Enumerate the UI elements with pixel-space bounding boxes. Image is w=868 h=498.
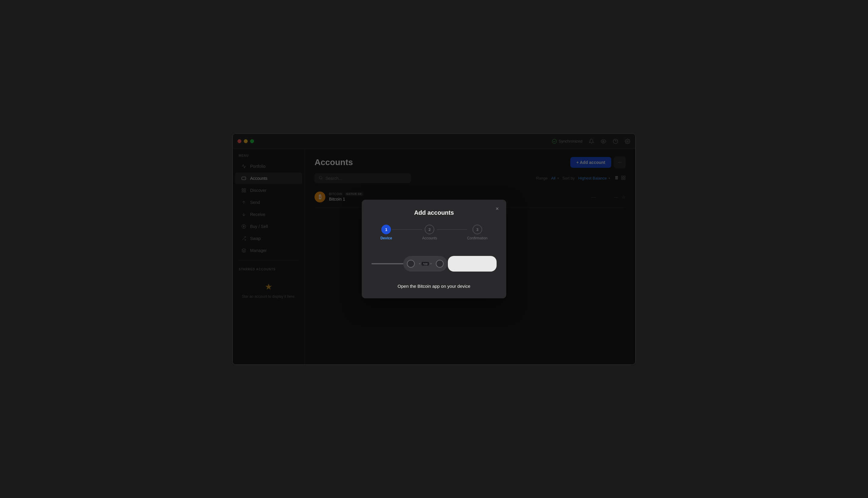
modal-overlay: × Add accounts 1 Device 2 Accounts [233, 133, 635, 365]
step-device: 1 Device [380, 225, 392, 240]
ledger-device: < App > [403, 256, 447, 272]
device-button-left [407, 260, 415, 268]
step-label-accounts: Accounts [422, 236, 437, 240]
step-circle-2: 2 [425, 225, 434, 234]
modal-instruction: Open the Bitcoin app on your device [371, 284, 497, 289]
step-confirmation: 3 Confirmation [467, 225, 488, 240]
nano-body [448, 256, 497, 272]
app-window: Synchronized [232, 133, 636, 365]
device-nav-buttons: < App > [419, 262, 432, 265]
device-illustration: < App > [371, 250, 497, 281]
usb-cable [371, 263, 404, 264]
device-right-btn: > [430, 262, 432, 265]
device-button-right [436, 260, 444, 268]
device-center: < App > [419, 262, 432, 265]
step-circle-3: 3 [473, 225, 482, 234]
modal-title: Add accounts [371, 209, 497, 216]
step-connector-2 [437, 230, 467, 230]
stepper: 1 Device 2 Accounts 3 Confirmation [371, 225, 497, 240]
step-label-confirmation: Confirmation [467, 236, 488, 240]
step-label-device: Device [380, 236, 392, 240]
step-accounts: 2 Accounts [422, 225, 437, 240]
step-connector-1 [392, 230, 422, 230]
add-accounts-modal: × Add accounts 1 Device 2 Accounts [362, 200, 506, 298]
device-left-btn: < [419, 262, 420, 265]
modal-close-button[interactable]: × [493, 205, 501, 213]
step-circle-1: 1 [381, 225, 391, 234]
device-screen: App [422, 262, 429, 265]
